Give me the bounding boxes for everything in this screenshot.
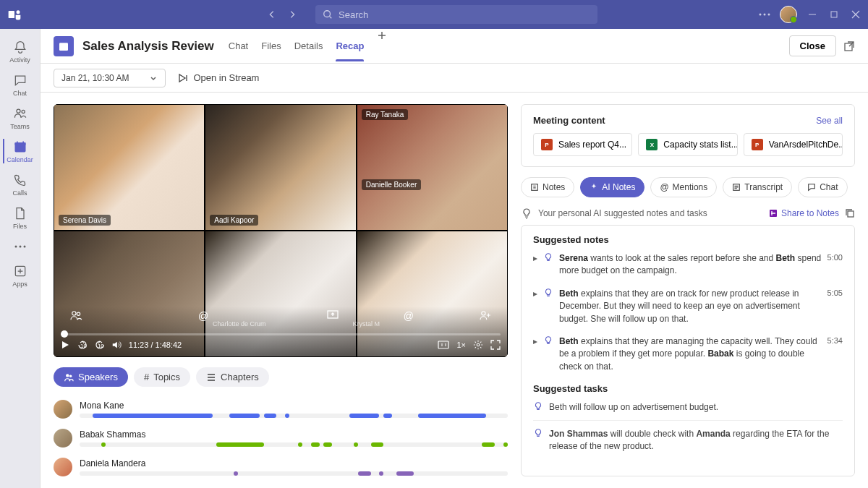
titlebar: Search: [0, 0, 868, 29]
see-all-link[interactable]: See all: [816, 116, 843, 126]
rail-files[interactable]: Files: [3, 201, 38, 234]
rail-apps[interactable]: Apps: [3, 259, 38, 292]
pill-mentions[interactable]: @Mentions: [650, 177, 717, 197]
meeting-content-card: Meeting content See all PSales report Q4…: [521, 104, 855, 167]
add-tab-button[interactable]: [377, 30, 387, 61]
share-to-notes-button[interactable]: Share to Notes: [768, 208, 839, 218]
search-placeholder: Search: [339, 9, 368, 20]
speaker-row[interactable]: Daniela Mandera: [54, 458, 508, 476]
speaker-name: Mona Kane: [80, 401, 508, 411]
svg-point-20: [482, 312, 485, 315]
play-button[interactable]: [61, 341, 69, 349]
user-avatar[interactable]: [780, 6, 797, 23]
svg-point-17: [72, 312, 76, 315]
pill-ai-notes[interactable]: AI Notes: [580, 177, 644, 197]
copy-button[interactable]: [845, 208, 855, 218]
pill-transcript[interactable]: Transcript: [723, 177, 792, 197]
nav-forward-button[interactable]: [284, 6, 301, 23]
svg-rect-21: [438, 341, 448, 348]
close-button[interactable]: Close: [789, 35, 836, 56]
speaker-name: Daniela Mandera: [80, 458, 508, 468]
speaker-timeline[interactable]: [80, 442, 508, 447]
captions-button[interactable]: [438, 340, 449, 350]
skip-back-button[interactable]: 10: [77, 340, 87, 350]
rail-chat[interactable]: Chat: [3, 68, 38, 101]
minimize-button[interactable]: [806, 8, 819, 21]
speaker-row[interactable]: Babak Shammas: [54, 429, 508, 448]
rail-teams[interactable]: Teams: [3, 101, 38, 134]
note-timestamp: 5:00: [827, 252, 843, 278]
speaker-timeline[interactable]: [80, 414, 508, 418]
svg-rect-28: [848, 211, 854, 217]
close-window-button[interactable]: [849, 8, 862, 21]
expand-icon[interactable]: ▸: [533, 335, 537, 373]
svg-rect-15: [59, 43, 68, 51]
speaker-row[interactable]: Mona Kane: [54, 400, 508, 419]
meeting-file[interactable]: PSales report Q4...: [533, 133, 632, 156]
rail-calendar[interactable]: Calendar: [3, 134, 38, 168]
speaker-avatar: [54, 429, 72, 448]
bulb-icon: [533, 401, 543, 414]
meeting-file[interactable]: PVanArsdelPitchDe...: [744, 133, 843, 156]
rail-calls[interactable]: Calls: [3, 168, 38, 201]
note-timestamp: 5:05: [827, 288, 843, 325]
bulb-icon: [543, 335, 553, 373]
rail-activity[interactable]: Activity: [3, 35, 38, 68]
svg-point-24: [69, 374, 72, 377]
pill-notes[interactable]: Notes: [521, 177, 574, 197]
suggested-task[interactable]: Jon Shammas will double check with Amand…: [533, 428, 843, 459]
rail-more[interactable]: [3, 234, 38, 259]
speaker-timeline[interactable]: [80, 471, 508, 476]
tab-files[interactable]: Files: [261, 30, 281, 61]
note-timestamp: 5:34: [827, 335, 843, 373]
view-selector: Speakers #Topics Chapters: [54, 367, 508, 387]
ai-hint-row: Your personal AI suggested notes and tas…: [521, 207, 855, 219]
powerpoint-icon: P: [541, 139, 553, 150]
video-progress[interactable]: [61, 333, 501, 335]
search-icon: [323, 9, 333, 20]
settings-button[interactable]: [473, 340, 483, 350]
svg-point-8: [22, 110, 25, 113]
recap-toolbar: Jan 21, 10:30 AM Open in Stream: [41, 64, 868, 93]
nav-back-button[interactable]: [263, 6, 281, 23]
speaker-avatar: [54, 458, 72, 476]
svg-point-11: [14, 246, 17, 248]
fullscreen-button[interactable]: [490, 340, 501, 350]
svg-rect-10: [14, 142, 25, 145]
pill-chapters[interactable]: Chapters: [196, 367, 269, 387]
excel-icon: X: [646, 139, 658, 150]
suggested-task[interactable]: Beth will follow up on advertisement bud…: [533, 401, 843, 420]
participant-name: Serena Davis: [59, 215, 111, 226]
bulb-icon: [533, 428, 543, 453]
volume-button[interactable]: [111, 340, 122, 350]
pill-topics[interactable]: #Topics: [134, 367, 190, 387]
speaker-name: Babak Shammas: [80, 429, 508, 440]
page-title: Sales Analysis Review: [82, 39, 214, 53]
suggested-note[interactable]: ▸Serena wants to look at the sales repor…: [533, 252, 843, 278]
maximize-button[interactable]: [827, 8, 841, 21]
tab-recap[interactable]: Recap: [336, 30, 364, 61]
meeting-video[interactable]: Serena Davis Aadi Kapoor Ray TanakaDanie…: [54, 104, 508, 357]
date-dropdown[interactable]: Jan 21, 10:30 AM: [54, 69, 166, 87]
popout-button[interactable]: [843, 40, 855, 52]
skip-fwd-button[interactable]: 10: [94, 340, 104, 350]
app-rail: Activity Chat Teams Calendar Calls Files…: [0, 29, 41, 488]
pill-chat[interactable]: Chat: [798, 177, 847, 197]
svg-rect-6: [831, 12, 837, 17]
svg-point-22: [477, 343, 480, 346]
search-input[interactable]: Search: [315, 5, 597, 24]
speed-button[interactable]: 1×: [456, 340, 466, 350]
video-controls: @ @ Charlotte de Crum Krystal M: [54, 307, 508, 357]
chevron-down-icon: [149, 74, 158, 82]
meeting-file[interactable]: XCapacity stats list...: [638, 133, 737, 156]
expand-icon[interactable]: ▸: [533, 252, 537, 278]
more-button[interactable]: [758, 8, 771, 21]
suggested-note[interactable]: ▸Beth explains that they are managing th…: [533, 335, 843, 373]
suggested-note[interactable]: ▸Beth explains that they are on track fo…: [533, 288, 843, 325]
participant-name: Ray Tanaka: [362, 109, 409, 120]
tab-details[interactable]: Details: [294, 30, 323, 61]
pill-speakers[interactable]: Speakers: [54, 367, 128, 387]
open-in-stream-link[interactable]: Open in Stream: [177, 72, 259, 84]
expand-icon[interactable]: ▸: [533, 288, 537, 325]
tab-chat[interactable]: Chat: [229, 30, 248, 61]
